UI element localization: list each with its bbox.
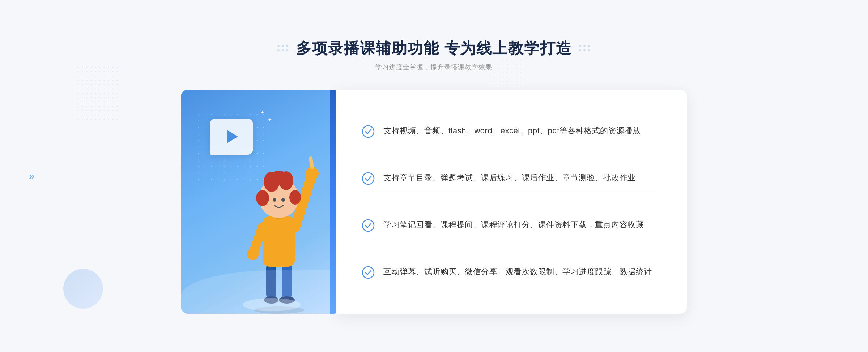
check-icon-3 (362, 219, 375, 232)
decorator-dots-left (277, 45, 289, 52)
svg-point-22 (362, 173, 374, 184)
feature-text-3: 学习笔记回看、课程提问、课程评论打分、课件资料下载，重点内容收藏 (383, 218, 644, 231)
subtitle: 学习进度全掌握，提升录播课教学效果 (277, 63, 591, 72)
card-wave-decoration (181, 270, 336, 314)
svg-line-9 (254, 227, 263, 252)
header-decorators: 多项录播课辅助功能 专为线上教学打造 (277, 38, 591, 59)
decorator-dots-right (579, 45, 591, 52)
feature-text-2: 支持章节目录、弹题考试、课后练习、课后作业、章节测验、批改作业 (383, 171, 636, 184)
content-area: ✦ ✦ (181, 90, 687, 314)
svg-rect-5 (263, 216, 295, 267)
svg-point-15 (268, 171, 290, 185)
feature-text-1: 支持视频、音频、flash、word、excel、ppt、pdf等各种格式的资源… (383, 124, 641, 137)
sparkle-2: ✦ (268, 117, 272, 123)
page-wrapper: » 多项录播课辅助功能 专为线上教学打造 学习进度全掌握，提升录播课教学效果 (0, 0, 868, 352)
svg-point-24 (362, 267, 374, 278)
svg-line-8 (311, 158, 312, 167)
svg-point-10 (247, 249, 259, 260)
main-title: 多项录播课辅助功能 专为线上教学打造 (296, 38, 572, 59)
svg-point-19 (281, 198, 285, 202)
feature-item-1: 支持视频、音频、flash、word、excel、ppt、pdf等各种格式的资源… (362, 118, 662, 145)
svg-point-21 (362, 126, 374, 137)
check-icon-1 (362, 125, 375, 138)
feature-text-4: 互动弹幕、试听购买、微信分享、观看次数限制、学习进度跟踪、数据统计 (383, 265, 652, 278)
feature-item-4: 互动弹幕、试听购买、微信分享、观看次数限制、学习进度跟踪、数据统计 (362, 259, 662, 286)
svg-point-17 (289, 190, 301, 205)
svg-point-23 (362, 220, 374, 231)
decorative-circle-left (63, 269, 103, 309)
feature-item-3: 学习笔记回看、课程提问、课程评论打分、课件资料下载，重点内容收藏 (362, 212, 662, 239)
decorative-arrow-left: » (29, 170, 35, 182)
svg-point-18 (273, 198, 276, 202)
check-icon-4 (362, 266, 375, 279)
illustration-card: ✦ ✦ (181, 90, 336, 314)
decorative-dots-left (76, 65, 119, 123)
accent-bar (330, 90, 336, 314)
sparkle-1: ✦ (260, 110, 265, 115)
check-icon-2 (362, 172, 375, 185)
features-panel: 支持视频、音频、flash、word、excel、ppt、pdf等各种格式的资源… (336, 90, 687, 314)
svg-point-16 (256, 190, 269, 206)
header-section: 多项录播课辅助功能 专为线上教学打造 学习进度全掌握，提升录播课教学效果 (277, 38, 591, 72)
feature-item-2: 支持章节目录、弹题考试、课后练习、课后作业、章节测验、批改作业 (362, 165, 662, 192)
